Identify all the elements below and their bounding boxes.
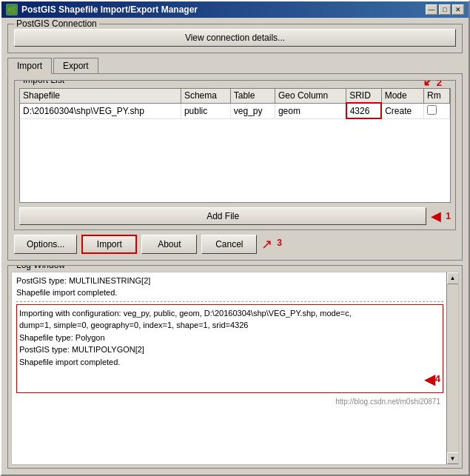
log-highlighted-4: PostGIS type: MULTIPOLYGON[2] — [19, 343, 440, 356]
tab-import[interactable]: Import — [7, 58, 52, 74]
col-schema: Schema — [181, 89, 230, 103]
import-table-container: Shapefile Schema Table Geo Column SRID M… — [19, 88, 451, 203]
add-file-row: Add File ◀ 1 — [19, 207, 451, 225]
log-text-area: PostGIS type: MULTILINESTRING[2] Shapefi… — [12, 272, 458, 465]
log-scrollbar[interactable]: ▲ ▼ — [446, 272, 458, 465]
cell-mode: Create — [381, 103, 423, 118]
tab-bar: Import Export — [7, 58, 463, 74]
col-shapefile: Shapefile — [20, 89, 181, 103]
log-inner: PostGIS type: MULTILINESTRING[2] Shapefi… — [11, 272, 459, 466]
col-rm: Rm — [424, 89, 450, 103]
tab-export[interactable]: Export — [53, 58, 98, 73]
view-connection-button[interactable]: View connection details... — [14, 29, 456, 47]
cell-rm[interactable] — [424, 103, 450, 118]
annotation-1: 1 — [446, 211, 451, 221]
log-line-2: Shapefile import completed. — [16, 286, 443, 299]
log-outer: PostGIS type: MULTILINESTRING[2] Shapefi… — [8, 266, 462, 469]
cell-schema: public — [181, 103, 230, 118]
import-table: Shapefile Schema Table Geo Column SRID M… — [20, 89, 450, 119]
annotation-1-arrow: ◀ — [431, 208, 441, 224]
options-button[interactable]: Options... — [14, 235, 77, 254]
col-srid: SRID — [346, 89, 381, 103]
add-file-button[interactable]: Add File — [19, 207, 426, 225]
action-buttons: Options... Import About Cancel ↗ 3 — [14, 235, 456, 254]
cancel-button[interactable]: Cancel — [201, 235, 257, 254]
scroll-track — [447, 284, 459, 453]
table-row: D:\20160304\shp\VEG_PY.shp public veg_py… — [20, 103, 450, 118]
cell-shapefile: D:\20160304\shp\VEG_PY.shp — [20, 103, 181, 118]
col-geo-column: Geo Column — [275, 89, 346, 103]
watermark: http://blog.csdn.net/m0shi20871 — [16, 396, 443, 409]
postgis-connection-label: PostGIS Connection — [14, 19, 99, 29]
scroll-up-arrow[interactable]: ▲ — [447, 272, 459, 284]
app-icon: 🌿 — [6, 4, 18, 16]
log-window-group: Log Window PostGIS type: MULTILINESTRING… — [7, 265, 463, 469]
tabs-container: Import Export Import List ↙ 2 — [7, 58, 463, 261]
annotation-4: 4 — [435, 372, 440, 386]
log-highlighted-1: Importing with configuration: veg_py, pu… — [19, 307, 440, 320]
cell-geo-column: geom — [275, 103, 346, 118]
annotation-4-arrow: ◀ — [424, 368, 435, 390]
title-bar: 🌿 PostGIS Shapefile Import/Export Manage… — [1, 1, 469, 18]
annotation-3: 3 — [277, 238, 282, 254]
log-highlighted-2: dump=1, simple=0, geography=0, index=1, … — [19, 319, 440, 332]
log-highlighted-block: Importing with configuration: veg_py, pu… — [16, 304, 443, 394]
annotation-3-arrow: ↗ — [261, 236, 272, 254]
close-button[interactable]: ✕ — [452, 4, 464, 15]
import-list-group: Import List ↙ 2 Shapefile Schema Table — [14, 80, 456, 230]
log-highlighted-3: Shapefile type: Polygon — [19, 332, 440, 344]
postgis-connection-group: PostGIS Connection View connection detai… — [7, 24, 463, 53]
window-content: PostGIS Connection View connection detai… — [1, 18, 469, 475]
minimize-button[interactable]: — — [426, 4, 437, 15]
main-window: 🌿 PostGIS Shapefile Import/Export Manage… — [0, 0, 470, 476]
log-highlighted-5: Shapefile import completed. — [19, 356, 440, 369]
col-table: Table — [230, 89, 275, 103]
col-mode: Mode — [381, 89, 423, 103]
log-line-1: PostGIS type: MULTILINESTRING[2] — [16, 275, 443, 287]
import-list-label: Import List — [21, 80, 67, 85]
import-button[interactable]: Import — [81, 235, 137, 254]
log-divider — [16, 301, 443, 302]
annotation-2: ↙ 2 — [423, 80, 442, 90]
cell-table: veg_py — [230, 103, 275, 118]
maximize-button[interactable]: □ — [439, 4, 451, 15]
cell-srid[interactable]: 4326 — [346, 103, 381, 118]
table-header-row: Shapefile Schema Table Geo Column SRID M… — [20, 89, 450, 103]
scroll-down-arrow[interactable]: ▼ — [447, 452, 459, 464]
tab-content-import: Import List ↙ 2 Shapefile Schema Table — [7, 73, 463, 261]
about-button[interactable]: About — [141, 235, 197, 254]
window-title: PostGIS Shapefile Import/Export Manager — [21, 4, 198, 15]
